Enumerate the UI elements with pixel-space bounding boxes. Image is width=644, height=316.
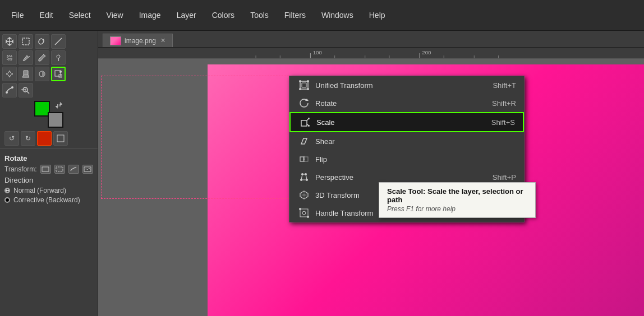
svg-line-2 <box>29 56 30 57</box>
menu-edit[interactable]: Edit <box>33 7 60 23</box>
3d-transform-icon <box>297 190 311 200</box>
tool-layer-bg[interactable] <box>53 131 68 146</box>
tool-bucket[interactable] <box>19 67 33 81</box>
svg-text:100: 100 <box>313 50 322 55</box>
menu-view[interactable]: View <box>100 7 130 23</box>
canvas-tab[interactable]: image.png ✕ <box>103 34 173 47</box>
canvas-tab-thumbnail <box>110 36 121 45</box>
svg-point-33 <box>307 80 309 82</box>
menu-file[interactable]: File <box>4 7 31 23</box>
tool-options-panel: Rotate Transform: Direction Norm <box>0 151 98 209</box>
svg-point-43 <box>300 179 302 181</box>
direction-corrective-row[interactable]: Corrective (Backward) <box>4 196 93 204</box>
canvas-workspace[interactable]: Unified Transform Shift+T Rotate Shift+R <box>98 59 644 316</box>
menubar: File Edit Select View Image Layer Colors… <box>0 0 644 31</box>
direction-label: Direction <box>4 176 93 184</box>
menu-item-scale[interactable]: Scale Shift+S <box>289 112 524 132</box>
tool-zoom[interactable] <box>19 83 33 97</box>
tooltip-title: Scale Tool: Scale the layer, selection o… <box>387 187 527 204</box>
tool-transform[interactable] <box>51 67 66 81</box>
tool-lasso[interactable] <box>35 34 49 49</box>
tool-rect-select[interactable] <box>19 34 33 49</box>
svg-point-34 <box>299 88 301 90</box>
bottom-tools: ↺ ↻ <box>2 131 95 146</box>
menu-tools[interactable]: Tools <box>243 7 275 23</box>
svg-point-48 <box>307 216 309 218</box>
svg-rect-0 <box>22 38 29 45</box>
main-layout: ↺ ↻ Rotate Transform: <box>0 31 644 316</box>
unified-transform-icon <box>297 80 311 90</box>
svg-line-11 <box>27 91 29 94</box>
menu-image[interactable]: Image <box>132 7 168 23</box>
rotate-icon <box>297 98 311 108</box>
menu-item-shear[interactable]: Shear <box>289 132 524 150</box>
direction-normal-radio[interactable] <box>4 188 10 193</box>
menu-item-shear-label: Shear <box>315 137 335 146</box>
svg-rect-37 <box>301 120 307 126</box>
svg-point-42 <box>305 173 307 175</box>
transform-row: Transform: <box>4 165 93 174</box>
transform-image-icon[interactable] <box>82 165 93 174</box>
svg-point-9 <box>11 86 13 89</box>
menu-item-handle-transform-label: Handle Transform <box>315 209 373 217</box>
background-color[interactable] <box>48 112 63 128</box>
content-area: image.png ✕ 100 200 <box>98 31 644 316</box>
tool-layer-fg[interactable] <box>37 131 52 146</box>
direction-corrective-label: Corrective (Backward) <box>13 196 80 204</box>
menu-item-flip[interactable]: Flip <box>289 150 524 168</box>
tool-paint[interactable] <box>19 50 33 65</box>
shear-icon <box>297 136 311 146</box>
canvas-tab-close[interactable]: ✕ <box>160 37 165 44</box>
canvas-tab-label: image.png <box>125 37 156 45</box>
svg-point-46 <box>302 211 306 215</box>
menu-item-unified-transform-shortcut: Shift+T <box>493 81 516 90</box>
tool-heal[interactable] <box>2 67 17 81</box>
sidebar: ↺ ↻ Rotate Transform: <box>0 31 98 316</box>
svg-point-35 <box>307 88 309 90</box>
direction-normal-row[interactable]: Normal (Forward) <box>4 187 93 194</box>
menu-colors[interactable]: Colors <box>205 7 241 23</box>
handle-transform-icon <box>297 208 311 218</box>
flip-icon <box>297 154 311 164</box>
menu-select[interactable]: Select <box>62 7 98 23</box>
direction-corrective-radio[interactable] <box>4 197 10 203</box>
menu-item-unified-transform[interactable]: Unified Transform Shift+T <box>289 76 524 94</box>
svg-rect-31 <box>300 81 308 89</box>
menu-filters[interactable]: Filters <box>278 7 312 23</box>
tool-line[interactable] <box>51 34 66 49</box>
swap-colors-icon[interactable] <box>56 102 62 109</box>
menu-item-flip-label: Flip <box>315 155 327 164</box>
tool-clone[interactable] <box>51 50 66 65</box>
tool-options-title: Rotate <box>4 154 93 162</box>
ruler-horizontal: 100 200 <box>98 48 644 59</box>
transform-selection-icon[interactable] <box>54 165 65 174</box>
svg-rect-39 <box>305 157 308 161</box>
tool-dodge[interactable] <box>35 67 49 81</box>
menu-item-3d-transform-label: 3D Transform <box>315 191 360 199</box>
svg-point-44 <box>306 179 308 181</box>
tooltip-hint: Press F1 for more help <box>387 205 527 213</box>
svg-line-1 <box>55 38 62 45</box>
svg-rect-14 <box>57 135 64 142</box>
tool-path[interactable] <box>2 83 17 97</box>
tooltip: Scale Tool: Scale the layer, selection o… <box>379 182 536 218</box>
color-indicator <box>34 101 63 128</box>
menu-item-rotate[interactable]: Rotate Shift+R <box>289 94 524 112</box>
perspective-icon <box>297 172 311 182</box>
menu-help[interactable]: Help <box>362 7 392 23</box>
transform-path-icon[interactable] <box>68 165 79 174</box>
svg-point-32 <box>299 80 301 82</box>
canvas-tabs: image.png ✕ <box>98 31 644 48</box>
transform-layer-icon[interactable] <box>40 165 51 174</box>
separator <box>0 148 98 148</box>
menu-windows[interactable]: Windows <box>315 7 360 23</box>
tool-pencil[interactable] <box>35 50 49 65</box>
tool-redo[interactable]: ↻ <box>21 131 35 146</box>
menu-layer[interactable]: Layer <box>170 7 203 23</box>
svg-point-3 <box>57 55 60 58</box>
tool-move[interactable] <box>2 34 17 49</box>
tool-undo[interactable]: ↺ <box>4 131 19 146</box>
menu-item-unified-transform-label: Unified Transform <box>315 81 373 90</box>
svg-rect-45 <box>300 209 308 217</box>
tool-fuzzy-select[interactable] <box>2 50 17 65</box>
